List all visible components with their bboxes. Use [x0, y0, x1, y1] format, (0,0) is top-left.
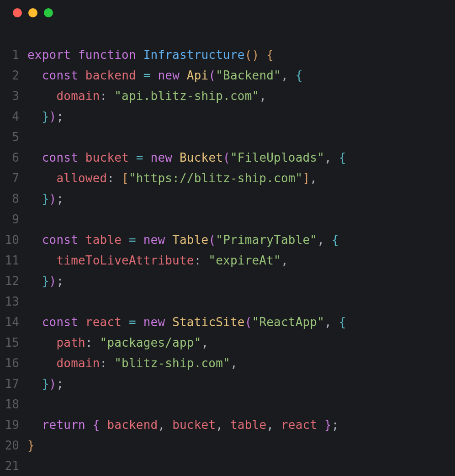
code-line: 21 [2, 456, 455, 476]
line-number: 2 [2, 65, 27, 86]
code-line: 19 return { backend, bucket, table, reac… [2, 415, 455, 435]
line-number: 8 [2, 189, 27, 209]
code-line: 9 [2, 209, 455, 230]
code-content: }); [27, 374, 63, 394]
code-content: allowed: ["https://blitz-ship.com"], [27, 168, 317, 189]
code-content: } [27, 435, 35, 456]
code-line: 4 }); [2, 106, 455, 127]
code-content: path: "packages/app", [27, 333, 208, 353]
code-line: 13 [2, 291, 455, 312]
code-line: 6 const bucket = new Bucket("FileUploads… [2, 148, 455, 168]
code-line: 2 const backend = new Api("Backend", { [2, 65, 455, 86]
line-number: 16 [2, 353, 27, 374]
line-number: 19 [2, 415, 27, 435]
code-content: const backend = new Api("Backend", { [27, 65, 303, 86]
code-content: }); [27, 189, 63, 209]
code-line: 18 [2, 394, 455, 415]
code-content: domain: "blitz-ship.com", [27, 353, 238, 374]
line-number: 5 [2, 127, 27, 148]
line-number: 7 [2, 168, 27, 189]
line-number: 12 [2, 271, 27, 291]
minimize-icon[interactable] [28, 8, 37, 17]
line-number: 18 [2, 394, 27, 415]
code-line: 3 domain: "api.blitz-ship.com", [2, 86, 455, 106]
line-number: 6 [2, 148, 27, 168]
line-number: 10 [2, 230, 27, 250]
line-number: 20 [2, 435, 27, 456]
code-line: 7 allowed: ["https://blitz-ship.com"], [2, 168, 455, 189]
code-line: 20 } [2, 435, 455, 456]
line-number: 9 [2, 209, 27, 230]
line-number: 14 [2, 312, 27, 333]
code-line: 16 domain: "blitz-ship.com", [2, 353, 455, 374]
line-number: 11 [2, 250, 27, 271]
close-icon[interactable] [13, 8, 22, 17]
line-number: 3 [2, 86, 27, 106]
code-content: }); [27, 106, 63, 127]
code-content: timeToLiveAttribute: "expireAt", [27, 250, 288, 271]
code-content: return { backend, bucket, table, react }… [27, 415, 339, 435]
line-number: 13 [2, 291, 27, 312]
code-editor[interactable]: 1 export function Infrastructure() { 2 c… [0, 26, 455, 476]
line-number: 17 [2, 374, 27, 394]
code-line: 12 }); [2, 271, 455, 291]
code-line: 17 }); [2, 374, 455, 394]
code-content: const bucket = new Bucket("FileUploads",… [27, 148, 346, 168]
code-line: 8 }); [2, 189, 455, 209]
line-number: 1 [2, 45, 27, 65]
code-content: const react = new StaticSite("ReactApp",… [27, 312, 346, 333]
code-line: 11 timeToLiveAttribute: "expireAt", [2, 250, 455, 271]
line-number: 21 [2, 456, 27, 476]
code-line: 14 const react = new StaticSite("ReactAp… [2, 312, 455, 333]
code-line: 5 [2, 127, 455, 148]
maximize-icon[interactable] [44, 8, 53, 17]
code-content: }); [27, 271, 63, 291]
window-titlebar [0, 0, 455, 26]
code-line: 15 path: "packages/app", [2, 333, 455, 353]
code-line: 1 export function Infrastructure() { [2, 45, 455, 65]
code-content: export function Infrastructure() { [27, 45, 274, 65]
editor-window: 1 export function Infrastructure() { 2 c… [0, 0, 455, 476]
code-content: domain: "api.blitz-ship.com", [27, 86, 266, 106]
code-line: 10 const table = new Table("PrimaryTable… [2, 230, 455, 250]
code-content: const table = new Table("PrimaryTable", … [27, 230, 339, 250]
line-number: 4 [2, 106, 27, 127]
line-number: 15 [2, 333, 27, 353]
